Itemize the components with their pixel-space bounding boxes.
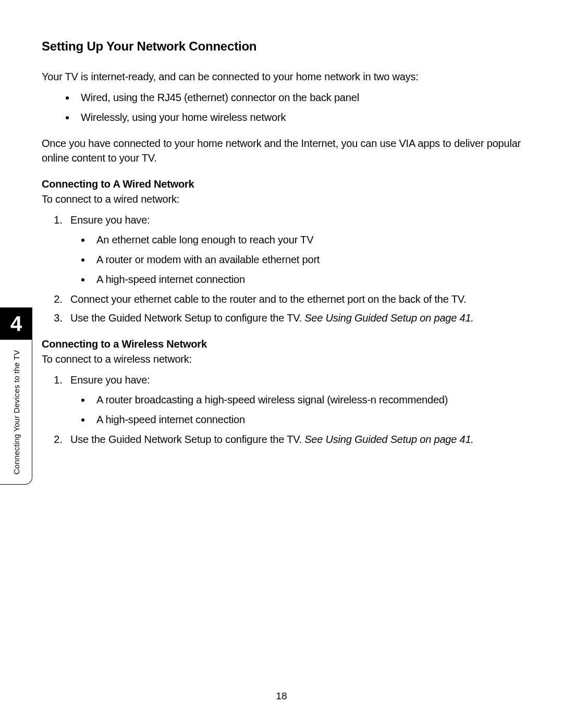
wireless-intro: To connect to a wireless network: <box>42 352 521 366</box>
wireless-steps-list: Ensure you have: A router broadcasting a… <box>65 373 521 447</box>
list-item: A router or modem with an available ethe… <box>91 252 521 267</box>
reference-link: See Using Guided Setup on page 41. <box>304 434 474 445</box>
chapter-side-tab: 4 Connecting Your Devices to the TV <box>0 307 32 485</box>
list-item: A high-speed internet connection <box>91 412 521 427</box>
wired-intro: To connect to a wired network: <box>42 192 521 206</box>
intro-paragraph: Your TV is internet-ready, and can be co… <box>42 69 521 84</box>
section-title: Setting Up Your Network Connection <box>42 39 521 54</box>
list-item: Wirelessly, using your home wireless net… <box>76 110 521 125</box>
page-number: 18 <box>0 690 563 702</box>
list-item: An ethernet cable long enough to reach y… <box>91 232 521 247</box>
nested-bullet-list: A router broadcasting a high-speed wirel… <box>91 392 521 427</box>
intro-bullet-list: Wired, using the RJ45 (ethernet) connect… <box>76 90 521 125</box>
list-item: Use the Guided Network Setup to configur… <box>65 311 521 325</box>
wired-subsection-title: Connecting to A Wired Network <box>42 178 521 190</box>
list-item: Ensure you have: A router broadcasting a… <box>65 373 521 427</box>
step-text: Ensure you have: <box>70 374 150 386</box>
intro-paragraph-2: Once you have connected to your home net… <box>42 136 521 165</box>
list-item: A router broadcasting a high-speed wirel… <box>91 392 521 407</box>
list-item: Ensure you have: An ethernet cable long … <box>65 213 521 287</box>
list-item: A high-speed internet connection <box>91 272 521 287</box>
chapter-number-box: 4 <box>0 307 32 340</box>
chapter-label-box: Connecting Your Devices to the TV <box>0 340 32 485</box>
step-text-part: Use the Guided Network Setup to configur… <box>70 312 304 324</box>
chapter-label: Connecting Your Devices to the TV <box>11 350 20 474</box>
chapter-number: 4 <box>10 312 22 336</box>
nested-bullet-list: An ethernet cable long enough to reach y… <box>91 232 521 287</box>
wireless-subsection-title: Connecting to a Wireless Network <box>42 338 521 350</box>
step-text-part: Use the Guided Network Setup to configur… <box>70 434 304 445</box>
list-item: Use the Guided Network Setup to configur… <box>65 432 521 447</box>
list-item: Connect your ethernet cable to the route… <box>65 292 521 306</box>
page-content: Setting Up Your Network Connection Your … <box>0 0 563 447</box>
list-item: Wired, using the RJ45 (ethernet) connect… <box>76 90 521 105</box>
wired-steps-list: Ensure you have: An ethernet cable long … <box>65 213 521 325</box>
step-text: Ensure you have: <box>70 214 150 226</box>
reference-link: See Using Guided Setup on page 41. <box>304 312 474 324</box>
